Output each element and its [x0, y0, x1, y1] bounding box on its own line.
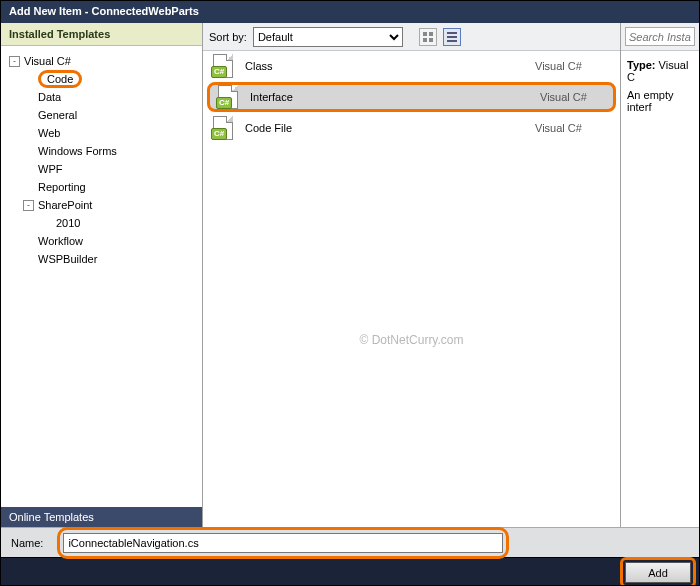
tree-node-code[interactable]: Code: [5, 70, 198, 88]
tree-label: Windows Forms: [38, 145, 117, 157]
search-area: [621, 23, 699, 51]
view-details-button[interactable]: [443, 28, 461, 46]
tree-node-wpf[interactable]: WPF: [5, 160, 198, 178]
expander-icon[interactable]: -: [23, 200, 34, 211]
tree-node-sharepoint[interactable]: -SharePoint: [5, 196, 198, 214]
expander-icon[interactable]: -: [9, 56, 20, 67]
right-pane: Type: Visual C An empty interf: [621, 23, 699, 527]
item-name-label: Code File: [245, 122, 525, 134]
type-label: Type:: [627, 59, 656, 71]
tree-label: WPF: [38, 163, 62, 175]
svg-rect-0: [423, 32, 427, 36]
svg-rect-6: [447, 40, 457, 42]
tree-node-visual-c-[interactable]: -Visual C#: [5, 52, 198, 70]
csharp-file-icon: C#: [211, 116, 235, 140]
svg-rect-4: [447, 32, 457, 34]
installed-templates-header[interactable]: Installed Templates: [1, 23, 202, 46]
tree-label: Visual C#: [24, 55, 71, 67]
item-language-label: Visual C#: [535, 122, 582, 134]
item-name-label: Interface: [250, 91, 530, 103]
csharp-file-icon: C#: [216, 85, 240, 109]
svg-rect-3: [429, 38, 433, 42]
csharp-file-icon: C#: [211, 54, 235, 78]
svg-rect-2: [423, 38, 427, 42]
item-interface[interactable]: C#InterfaceVisual C#: [207, 82, 616, 112]
name-bar: Name:: [1, 527, 699, 557]
name-label: Name:: [11, 537, 43, 549]
tree-label: Workflow: [38, 235, 83, 247]
tree-node-reporting[interactable]: Reporting: [5, 178, 198, 196]
center-pane: Sort by: Default C#ClassVisual C#C#Inter…: [203, 23, 621, 527]
footer: Add: [1, 557, 699, 586]
tree-node-windows-forms[interactable]: Windows Forms: [5, 142, 198, 160]
item-list[interactable]: C#ClassVisual C#C#InterfaceVisual C#C#Co…: [203, 51, 620, 527]
search-input[interactable]: [625, 27, 695, 46]
tree-node-wspbuilder[interactable]: WSPBuilder: [5, 250, 198, 268]
name-input[interactable]: [63, 533, 503, 553]
add-button[interactable]: Add: [625, 562, 691, 583]
sort-by-dropdown[interactable]: Default: [253, 27, 403, 47]
item-language-label: Visual C#: [535, 60, 582, 72]
tree-label: WSPBuilder: [38, 253, 97, 265]
tree-node-web[interactable]: Web: [5, 124, 198, 142]
svg-rect-1: [429, 32, 433, 36]
sort-by-label: Sort by:: [209, 31, 247, 43]
main-area: Installed Templates -Visual C#CodeDataGe…: [1, 23, 699, 527]
svg-rect-5: [447, 36, 457, 38]
online-templates-header[interactable]: Online Templates: [1, 507, 202, 527]
view-small-icons-button[interactable]: [419, 28, 437, 46]
tree-label: Data: [38, 91, 61, 103]
toolbar: Sort by: Default: [203, 23, 620, 51]
template-tree[interactable]: -Visual C#CodeDataGeneralWebWindows Form…: [1, 46, 202, 507]
tree-node-workflow[interactable]: Workflow: [5, 232, 198, 250]
item-code-file[interactable]: C#Code FileVisual C#: [203, 113, 620, 143]
tree-label: General: [38, 109, 77, 121]
item-language-label: Visual C#: [540, 91, 587, 103]
window-title: Add New Item - ConnectedWebParts: [1, 1, 699, 23]
sidebar: Installed Templates -Visual C#CodeDataGe…: [1, 23, 203, 527]
item-class[interactable]: C#ClassVisual C#: [203, 51, 620, 81]
type-description: An empty interf: [627, 89, 693, 113]
item-name-label: Class: [245, 60, 525, 72]
tree-label: 2010: [56, 217, 80, 229]
tree-label: Code: [38, 70, 82, 88]
tree-node-general[interactable]: General: [5, 106, 198, 124]
tree-node-2010[interactable]: 2010: [5, 214, 198, 232]
tree-label: SharePoint: [38, 199, 92, 211]
tree-node-data[interactable]: Data: [5, 88, 198, 106]
detail-pane: Type: Visual C An empty interf: [621, 51, 699, 121]
tree-label: Reporting: [38, 181, 86, 193]
tree-label: Web: [38, 127, 60, 139]
